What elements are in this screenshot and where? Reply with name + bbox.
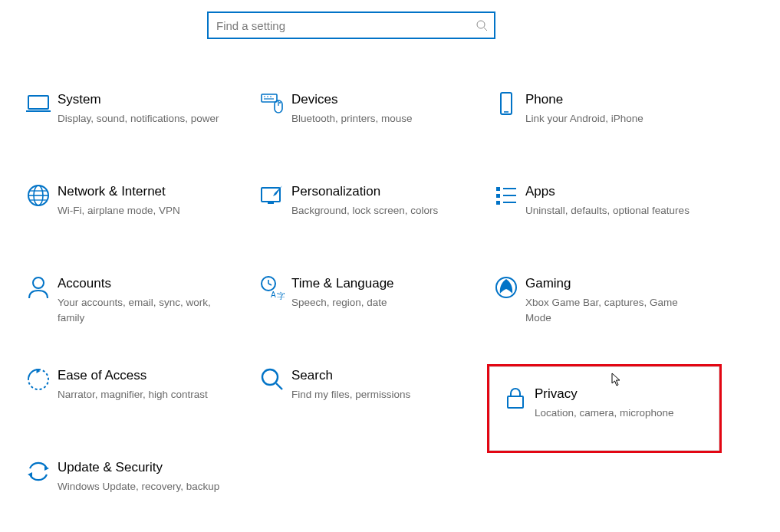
tile-ease-of-access[interactable]: Ease of Access Narrator, magnifier, high…: [19, 364, 253, 456]
tile-apps[interactable]: Apps Uninstall, defaults, optional featu…: [487, 180, 721, 272]
tile-desc: Speech, region, date: [291, 295, 464, 310]
svg-rect-12: [501, 93, 512, 114]
tile-desc: Narrator, magnifier, high contrast: [58, 387, 230, 402]
devices-icon: [253, 91, 291, 122]
svg-text:A: A: [271, 291, 276, 299]
svg-point-35: [262, 369, 278, 385]
search-category-icon: [253, 367, 291, 398]
system-icon: [19, 91, 58, 122]
svg-line-30: [268, 284, 272, 285]
svg-rect-21: [496, 187, 500, 191]
svg-point-11: [279, 102, 281, 103]
tile-desc: Location, camera, microphone: [535, 406, 696, 421]
tile-title: Time & Language: [291, 275, 464, 292]
tile-desc: Link your Android, iPhone: [525, 111, 698, 126]
tile-title: Privacy: [535, 386, 696, 402]
tile-title: Network & Internet: [58, 183, 230, 200]
svg-text:字: 字: [277, 291, 285, 300]
svg-rect-23: [496, 201, 500, 205]
time-language-icon: A 字: [253, 275, 291, 306]
tile-desc: Windows Update, recovery, backup: [58, 479, 230, 494]
svg-rect-37: [508, 396, 523, 408]
tile-search[interactable]: Search Find my files, permissions: [253, 364, 487, 456]
tile-desc: Display, sound, notifications, power: [58, 111, 230, 126]
tile-desc: Background, lock screen, colors: [291, 203, 464, 218]
search-input[interactable]: [207, 11, 495, 39]
ease-of-access-icon: [19, 367, 58, 398]
settings-grid: System Display, sound, notifications, po…: [19, 88, 755, 532]
tile-system[interactable]: System Display, sound, notifications, po…: [19, 88, 253, 180]
tile-desc: Your accounts, email, sync, work, family: [58, 295, 230, 325]
tile-phone[interactable]: Phone Link your Android, iPhone: [487, 88, 721, 180]
tile-title: Personalization: [291, 183, 464, 200]
accounts-icon: [19, 275, 58, 306]
tile-title: Apps: [525, 183, 698, 200]
tile-desc: Uninstall, defaults, optional features: [525, 203, 698, 218]
tile-title: Ease of Access: [58, 367, 230, 384]
tile-title: Gaming: [525, 275, 698, 292]
svg-rect-19: [262, 188, 280, 202]
svg-rect-4: [262, 94, 277, 102]
tile-update-security[interactable]: Update & Security Windows Update, recove…: [19, 456, 253, 532]
personalization-icon: [253, 183, 291, 214]
tile-gaming[interactable]: Gaming Xbox Game Bar, captures, Game Mod…: [487, 272, 721, 364]
tile-time-language[interactable]: A 字 Time & Language Speech, region, date: [253, 272, 487, 364]
tile-privacy[interactable]: Privacy Location, camera, microphone: [487, 364, 722, 453]
globe-icon: [19, 183, 58, 214]
svg-rect-2: [28, 96, 48, 109]
tile-title: Phone: [525, 91, 698, 108]
search-container: [207, 11, 495, 39]
tile-title: Devices: [291, 91, 464, 108]
lock-icon: [496, 386, 535, 416]
tile-network[interactable]: Network & Internet Wi-Fi, airplane mode,…: [19, 180, 253, 272]
tile-title: Update & Security: [58, 459, 230, 476]
svg-rect-22: [496, 194, 500, 198]
tile-desc: Xbox Game Bar, captures, Game Mode: [525, 295, 698, 325]
update-security-icon: [19, 459, 58, 490]
tile-desc: Bluetooth, printers, mouse: [291, 111, 464, 126]
tile-personalization[interactable]: Personalization Background, lock screen,…: [253, 180, 487, 272]
phone-icon: [487, 91, 525, 122]
tile-title: Search: [291, 367, 464, 384]
gaming-icon: [487, 275, 525, 306]
svg-point-27: [33, 277, 44, 288]
apps-icon: [487, 183, 525, 214]
tile-desc: Wi-Fi, airplane mode, VPN: [58, 203, 230, 218]
svg-line-36: [276, 383, 282, 389]
tile-accounts[interactable]: Accounts Your accounts, email, sync, wor…: [19, 272, 253, 364]
tile-devices[interactable]: Devices Bluetooth, printers, mouse: [253, 88, 487, 180]
tile-title: Accounts: [58, 275, 230, 292]
tile-desc: Find my files, permissions: [291, 387, 464, 402]
tile-title: System: [58, 91, 230, 108]
